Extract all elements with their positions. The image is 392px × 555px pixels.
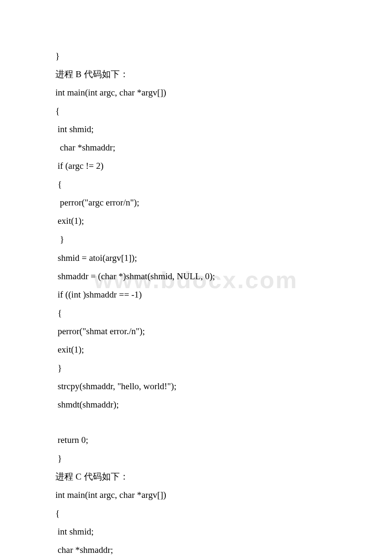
code-line: shmaddr = (char *)shmat(shmid, NULL, 0); bbox=[55, 267, 337, 286]
code-line: { bbox=[55, 304, 337, 322]
code-line: } bbox=[55, 230, 337, 249]
code-line: char *shmaddr; bbox=[55, 139, 337, 157]
code-line: { bbox=[55, 102, 337, 120]
code-line: strcpy(shmaddr, "hello, world!"); bbox=[55, 377, 337, 396]
code-line: if ((int )shmaddr == -1) bbox=[55, 286, 337, 304]
code-line: { bbox=[55, 504, 337, 523]
code-line: int shmid; bbox=[55, 120, 337, 139]
code-line: } bbox=[55, 359, 337, 377]
code-line: } bbox=[55, 449, 337, 468]
code-line: 进程 B 代码如下： bbox=[55, 65, 337, 84]
document-content: } 进程 B 代码如下： int main(int argc, char *ar… bbox=[55, 47, 337, 555]
code-line: exit(1); bbox=[55, 341, 337, 359]
code-line: perror("shmat error./n"); bbox=[55, 322, 337, 341]
code-line: int main(int argc, char *argv[]) bbox=[55, 486, 337, 504]
code-line: } bbox=[55, 47, 337, 65]
code-line: { bbox=[55, 175, 337, 194]
code-line: shmdt(shmaddr); bbox=[55, 396, 337, 414]
code-line: shmid = atoi(argv[1]); bbox=[55, 249, 337, 267]
code-line: exit(1); bbox=[55, 212, 337, 230]
code-line: if (argc != 2) bbox=[55, 157, 337, 175]
code-line: perror("argc error/n"); bbox=[55, 194, 337, 212]
blank-line bbox=[55, 414, 337, 431]
code-line: int main(int argc, char *argv[]) bbox=[55, 84, 337, 102]
code-line: char *shmaddr; bbox=[55, 541, 337, 555]
code-line: int shmid; bbox=[55, 523, 337, 541]
code-line: 进程 C 代码如下： bbox=[55, 468, 337, 486]
code-line: return 0; bbox=[55, 431, 337, 449]
